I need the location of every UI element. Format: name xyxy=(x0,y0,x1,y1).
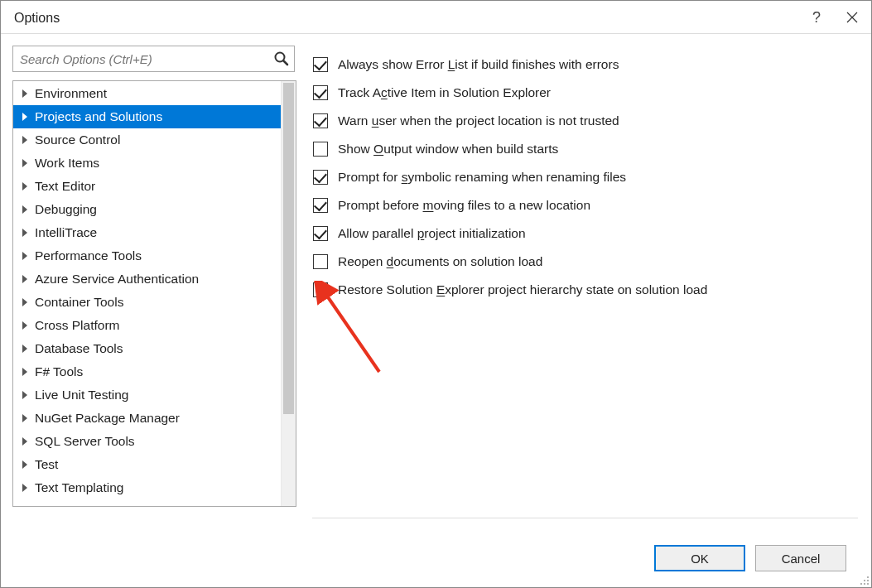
option-label[interactable]: Restore Solution Explorer project hierar… xyxy=(338,282,707,297)
option-row: Always show Error List if build finishes… xyxy=(313,51,858,79)
svg-point-4 xyxy=(867,580,869,581)
chevron-right-icon xyxy=(18,136,31,144)
checkbox[interactable] xyxy=(313,282,328,297)
tree-item[interactable]: IntelliTrace xyxy=(13,221,281,244)
option-label[interactable]: Prompt for symbolic renaming when renami… xyxy=(338,170,626,185)
close-icon xyxy=(846,12,858,23)
chevron-right-icon xyxy=(18,229,31,237)
tree-item-label: IntelliTrace xyxy=(35,225,97,240)
tree-item-label: Text Editor xyxy=(35,179,95,194)
option-label[interactable]: Prompt before moving files to a new loca… xyxy=(338,198,590,213)
resize-grip-icon[interactable] xyxy=(858,574,870,586)
option-row: Restore Solution Explorer project hierar… xyxy=(313,276,858,304)
chevron-right-icon xyxy=(18,345,31,353)
option-row: Track Active Item in Solution Explorer xyxy=(313,79,858,107)
tree-item-label: Cross Platform xyxy=(35,318,120,333)
ok-button[interactable]: OK xyxy=(654,545,745,571)
window-title: Options xyxy=(11,9,60,26)
tree-item-label: Performance Tools xyxy=(35,248,142,263)
options-list: Always show Error List if build finishes… xyxy=(313,51,858,304)
svg-point-7 xyxy=(867,583,869,585)
checkbox[interactable] xyxy=(313,198,328,213)
checkbox[interactable] xyxy=(313,170,328,185)
tree-item-label: Database Tools xyxy=(35,341,123,356)
checkbox[interactable] xyxy=(313,142,328,157)
window-controls: ? xyxy=(800,1,871,34)
checkbox[interactable] xyxy=(313,85,328,100)
tree-item-label: F# Tools xyxy=(35,364,83,379)
tree-item[interactable]: Cross Platform xyxy=(13,314,281,337)
option-label[interactable]: Warn user when the project location is n… xyxy=(338,113,619,128)
option-row: Allow parallel project initialization xyxy=(313,219,858,248)
tree-item[interactable]: Source Control xyxy=(13,128,281,152)
option-row: Warn user when the project location is n… xyxy=(313,107,858,135)
option-label[interactable]: Show Output window when build starts xyxy=(338,142,558,157)
tree-item-label: SQL Server Tools xyxy=(35,434,135,449)
tree-item[interactable]: Work Items xyxy=(13,152,281,175)
checkbox[interactable] xyxy=(313,57,328,72)
tree-item[interactable]: Text Templating xyxy=(13,476,281,499)
tree-scrollbar[interactable] xyxy=(281,81,296,506)
svg-point-3 xyxy=(864,580,865,581)
tree-item-label: Text Templating xyxy=(35,480,123,495)
help-button[interactable]: ? xyxy=(800,1,833,34)
option-label[interactable]: Reopen documents on solution load xyxy=(338,254,542,269)
category-tree: EnvironmentProjects and SolutionsSource … xyxy=(12,80,296,507)
tree-item[interactable]: Debugging xyxy=(13,198,281,221)
tree-item[interactable]: F# Tools xyxy=(13,360,281,383)
tree-item-label: NuGet Package Manager xyxy=(35,411,180,426)
chevron-right-icon xyxy=(18,89,31,98)
tree-item-label: Debugging xyxy=(35,202,97,217)
chevron-right-icon xyxy=(18,321,31,330)
tree-item[interactable]: Azure Service Authentication xyxy=(13,267,281,291)
search-input[interactable] xyxy=(12,46,295,72)
chevron-right-icon xyxy=(18,391,31,399)
tree-item[interactable]: Test xyxy=(13,453,281,476)
chevron-right-icon xyxy=(18,414,31,422)
option-label[interactable]: Track Active Item in Solution Explorer xyxy=(338,85,551,100)
tree-item[interactable]: Live Unit Testing xyxy=(13,383,281,407)
chevron-right-icon xyxy=(18,159,31,167)
tree-item-label: Live Unit Testing xyxy=(35,388,128,402)
tree-item[interactable]: NuGet Package Manager xyxy=(13,407,281,430)
chevron-right-icon xyxy=(18,460,31,469)
chevron-right-icon xyxy=(18,368,31,376)
tree-item[interactable]: Performance Tools xyxy=(13,244,281,267)
option-label[interactable]: Always show Error List if build finishes… xyxy=(338,57,619,72)
checkbox[interactable] xyxy=(313,254,328,269)
chevron-right-icon xyxy=(18,205,31,214)
tree-item-label: Test xyxy=(35,457,58,472)
checkbox[interactable] xyxy=(313,113,328,128)
checkbox[interactable] xyxy=(313,226,328,241)
tree-item-label: Work Items xyxy=(35,156,99,171)
tree-item-label: Container Tools xyxy=(35,295,123,310)
search-wrap xyxy=(12,46,295,72)
tree-item[interactable]: Database Tools xyxy=(13,337,281,360)
tree-item[interactable]: Environment xyxy=(13,82,281,105)
tree-item-label: Azure Service Authentication xyxy=(35,272,199,287)
right-pane: Always show Error List if build finishes… xyxy=(296,34,871,518)
scrollbar-thumb[interactable] xyxy=(283,83,294,414)
chevron-right-icon xyxy=(18,252,31,260)
chevron-right-icon xyxy=(18,275,31,283)
chevron-right-icon xyxy=(18,298,31,306)
content-area: EnvironmentProjects and SolutionsSource … xyxy=(1,34,871,518)
chevron-right-icon xyxy=(18,113,31,121)
tree-item-label: Projects and Solutions xyxy=(35,109,162,124)
tree-item-label: Environment xyxy=(35,86,107,101)
option-label[interactable]: Allow parallel project initialization xyxy=(338,226,526,241)
tree-item[interactable]: Projects and Solutions xyxy=(13,105,281,128)
close-button[interactable] xyxy=(833,1,871,34)
option-row: Show Output window when build starts xyxy=(313,135,858,163)
tree-item-label: Source Control xyxy=(35,133,120,147)
option-row: Prompt before moving files to a new loca… xyxy=(313,191,858,219)
option-row: Reopen documents on solution load xyxy=(313,248,858,276)
tree-item[interactable]: SQL Server Tools xyxy=(13,430,281,453)
svg-point-5 xyxy=(860,583,862,585)
tree-item[interactable]: Container Tools xyxy=(13,291,281,314)
tree-item[interactable]: Text Editor xyxy=(13,175,281,198)
cancel-button[interactable]: Cancel xyxy=(755,545,846,571)
chevron-right-icon xyxy=(18,182,31,190)
svg-line-1 xyxy=(325,292,379,372)
chevron-right-icon xyxy=(18,437,31,446)
